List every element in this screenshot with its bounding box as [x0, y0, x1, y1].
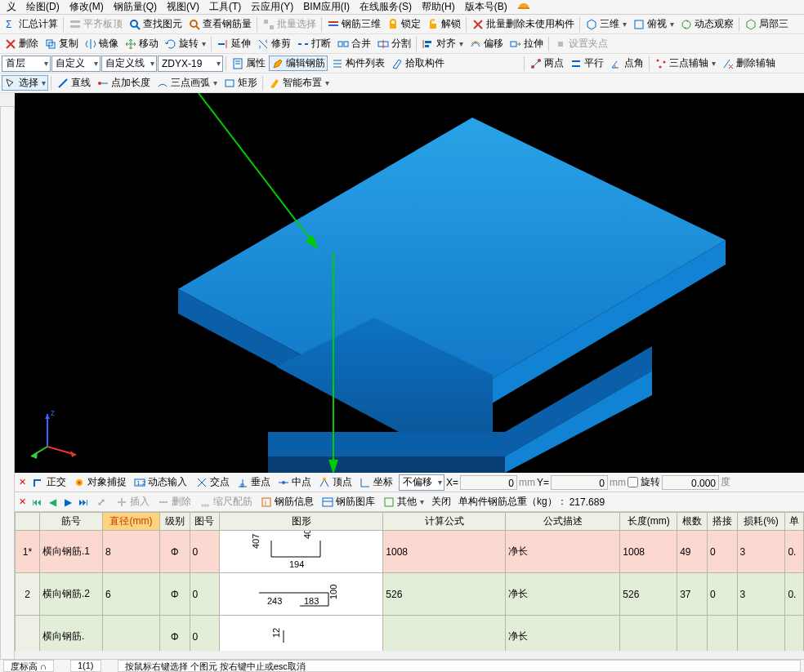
col-lap[interactable]: 搭接 [707, 513, 737, 531]
rebar-library-button[interactable]: 钢筋图库 [319, 494, 377, 510]
rebar-info-button[interactable]: i钢筋信息 [257, 494, 316, 510]
point-angle-button[interactable]: 点角 [607, 56, 646, 71]
col-single[interactable]: 单 [785, 513, 804, 531]
cell-shapeno[interactable]: 0 [190, 531, 220, 573]
col-shape[interactable]: 图形 [220, 513, 383, 531]
object-snap-button[interactable]: 对象捕捉 [70, 474, 129, 490]
cell-name[interactable]: 横向钢筋.1 [40, 531, 103, 573]
edit-rebar-button[interactable]: 编辑钢筋 [269, 56, 328, 71]
cell-single[interactable] [785, 616, 804, 652]
properties-button[interactable]: 属性 [229, 56, 268, 71]
cell-qty[interactable]: 37 [677, 573, 708, 616]
cell-loss[interactable]: 3 [737, 531, 785, 573]
trim-button[interactable]: 修剪 [254, 36, 293, 51]
rotate-button[interactable]: 旋转▾ [162, 36, 208, 51]
col-formula[interactable]: 计算公式 [383, 513, 506, 531]
table-row[interactable]: 横向钢筋. Φ 0 123 净长 [16, 616, 804, 652]
cell-single[interactable]: 0. [785, 573, 804, 616]
cell-loss[interactable] [737, 616, 785, 652]
rebar-3d-button[interactable]: 钢筋三维 [324, 16, 383, 32]
pick-component-button[interactable]: 拾取构件 [388, 56, 447, 71]
menu-item[interactable]: BIM应用(I) [298, 0, 355, 14]
table-row[interactable]: 1* 横向钢筋.1 8 Φ 0 407194407 1008 净长 1008 4… [16, 531, 804, 573]
rotate-checkbox[interactable]: 旋转 [628, 475, 660, 489]
x-input[interactable]: 0 [460, 475, 517, 490]
cell-formula[interactable]: 1008 [383, 531, 506, 573]
nav-first-icon[interactable]: ⏮ [30, 496, 43, 509]
menu-item[interactable]: 版本号(B) [460, 0, 512, 14]
cell-shapeno[interactable]: 0 [190, 573, 220, 616]
other-menu-button[interactable]: 其他▾ [380, 494, 427, 510]
angle-input[interactable]: 0.000 [662, 475, 719, 490]
vertex-button[interactable]: 顶点 [315, 474, 355, 490]
break-button[interactable]: 打断 [294, 36, 333, 51]
point-add-length-button[interactable]: 点加长度 [94, 75, 153, 91]
stretch-button[interactable]: 拉伸 [507, 36, 546, 51]
category-combo[interactable]: 自定义 [51, 56, 100, 72]
col-loss[interactable]: 损耗(%) [737, 513, 785, 531]
cell-shape[interactable]: 407194407 [220, 531, 383, 573]
cell-lap[interactable]: 0 [707, 573, 737, 616]
col-name[interactable]: 筋号 [40, 513, 103, 531]
cell-dia[interactable]: 8 [103, 531, 160, 573]
hardhat-icon[interactable] [512, 0, 535, 15]
rebar-grid[interactable]: 筋号 直径(mm) 级别 图号 图形 计算公式 公式描述 长度(mm) 根数 搭… [15, 512, 804, 651]
type-combo[interactable]: 自定义线 [101, 56, 157, 72]
insert-button[interactable]: 插入 [113, 494, 152, 510]
col-diameter[interactable]: 直径(mm) [103, 513, 160, 531]
cell-lap[interactable]: 0 [707, 531, 737, 573]
cell-desc[interactable]: 净长 [506, 616, 620, 652]
collapsed-panel[interactable] [0, 106, 15, 672]
select-button[interactable]: 选择▾ [2, 75, 48, 91]
delete-row-button[interactable]: 删除 [154, 494, 194, 510]
cell-desc[interactable]: 净长 [506, 531, 620, 573]
rect-button[interactable]: 矩形 [221, 75, 260, 91]
cell-dia[interactable]: 6 [103, 573, 160, 616]
top-view-button[interactable]: 俯视▾ [630, 16, 677, 32]
cell-formula[interactable]: 526 [383, 573, 506, 616]
three-pt-aux-button[interactable]: 三点辅轴▾ [652, 56, 718, 71]
cell-shape[interactable]: 243183100 [220, 573, 383, 616]
delete-aux-button[interactable]: 删除辅轴 [719, 56, 778, 71]
table-row[interactable]: 2 横向钢筋.2 6 Φ 0 243183100 526 净长 526 37 0… [16, 573, 804, 616]
cell-lap[interactable] [707, 616, 737, 652]
cell-len[interactable] [620, 616, 677, 652]
smart-layout-button[interactable]: 智能布置▾ [266, 75, 332, 91]
summary-calc-button[interactable]: Σ汇总计算 [2, 16, 60, 32]
parallel-button[interactable]: 平行 [567, 56, 606, 71]
three-point-arc-button[interactable]: 三点画弧▾ [154, 75, 220, 91]
menu-item[interactable]: 修改(M) [65, 0, 109, 14]
cell-grade[interactable]: Φ [159, 531, 190, 573]
batch-delete-button[interactable]: 批量删除未使用构件 [469, 16, 577, 32]
menu-item[interactable]: 帮助(H) [417, 0, 460, 14]
batch-select-button[interactable]: 批量选择 [260, 16, 319, 32]
delete-button[interactable]: 删除 [2, 36, 41, 51]
cell-len[interactable]: 1008 [620, 531, 677, 573]
nav-last-icon[interactable]: ⏭ [77, 496, 90, 509]
cell-grade[interactable]: Φ [159, 573, 190, 616]
offset-button[interactable]: 偏移 [467, 36, 506, 51]
move-button[interactable]: 移动 [122, 36, 161, 51]
cell-shapeno[interactable]: 0 [190, 616, 220, 652]
expand-icon[interactable]: ⤢ [95, 496, 108, 509]
menu-item[interactable]: 义 [2, 0, 21, 14]
set-snap-button[interactable]: 设置夹点 [552, 36, 610, 51]
col-index[interactable] [16, 513, 40, 531]
perpendicular-button[interactable]: 垂点 [234, 474, 273, 490]
menu-item[interactable]: 钢筋量(Q) [109, 0, 162, 14]
component-list-button[interactable]: 构件列表 [328, 56, 387, 71]
cell-single[interactable]: 0. [785, 531, 804, 573]
nav-next-icon[interactable]: ▶ [61, 496, 74, 509]
menu-item[interactable]: 云应用(Y) [246, 0, 298, 14]
dynamic-input-button[interactable]: 1.2动态输入 [131, 474, 190, 490]
floor-combo[interactable]: 首层 [2, 56, 51, 72]
col-desc[interactable]: 公式描述 [506, 513, 620, 531]
ortho-button[interactable]: 正交 [29, 474, 69, 490]
local-3d-button[interactable]: 局部三 [742, 16, 791, 32]
cell-grade[interactable]: Φ [159, 616, 190, 652]
col-length[interactable]: 长度(mm) [620, 513, 677, 531]
3d-viewport[interactable]: z [15, 93, 804, 473]
flatten-slab-button[interactable]: 平齐板顶 [66, 16, 125, 32]
close-icon[interactable]: ✕ [16, 477, 28, 487]
lock-button[interactable]: 锁定 [384, 16, 423, 32]
